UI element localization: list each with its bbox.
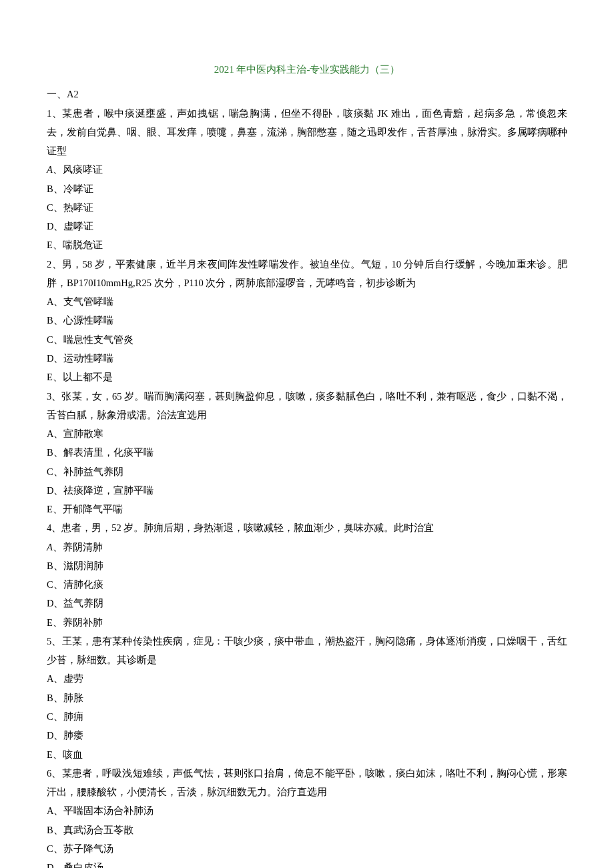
option: C、喘息性支气管炎 <box>47 330 567 349</box>
questions-container: 1、某患者，喉中痰涎壅盛，声如拽锯，喘急胸满，但坐不得卧，咳痰黏 JK 难出，面… <box>47 104 567 868</box>
option-text: 、风痰哮证 <box>53 164 103 175</box>
option-text: 、真武汤合五苓散 <box>53 825 133 835</box>
option-text: 、苏子降气汤 <box>53 843 113 854</box>
option: B、真武汤合五苓散 <box>47 821 567 839</box>
option-text: 、益气养阴 <box>53 598 103 608</box>
option-text: 、心源性哮喘 <box>53 315 113 326</box>
option-label: B <box>47 560 53 571</box>
option-text: 、养阴清肺 <box>53 542 103 552</box>
option: E、喘脱危证 <box>47 236 567 254</box>
option-label: E <box>47 617 53 628</box>
question-stem: 3、张某，女，65 岁。喘而胸满闷塞，甚则胸盈仰息，咳嗽，痰多黏腻色白，咯吐不利… <box>47 387 567 425</box>
question-block: 4、患者，男，52 岁。肺痈后期，身热渐退，咳嗽减轻，脓血渐少，臭味亦减。此时治… <box>47 518 567 632</box>
option-label: B <box>47 315 53 326</box>
option-text: 、补肺益气养阴 <box>53 466 123 477</box>
option-text: 、支气管哮喘 <box>53 296 113 307</box>
option-text: 、喘息性支气管炎 <box>53 334 133 345</box>
option: D、益气养阴 <box>47 594 567 612</box>
question-block: 3、张某，女，65 岁。喘而胸满闷塞，甚则胸盈仰息，咳嗽，痰多黏腻色白，咯吐不利… <box>47 387 567 519</box>
option-label: C <box>47 579 53 590</box>
option: B、解表清里，化痰平喘 <box>47 443 567 462</box>
option-text: 、养阴补肺 <box>53 617 103 628</box>
option: C、苏子降气汤 <box>47 839 567 858</box>
option-label: E <box>47 749 53 760</box>
option-text: 、虚劳 <box>53 673 83 684</box>
option: E、养阴补肺 <box>47 613 567 632</box>
option-text: 、平喘固本汤合补肺汤 <box>53 805 154 816</box>
option-label: E <box>47 504 53 514</box>
option-text: 、以上都不是 <box>53 372 113 382</box>
option: A、支气管哮喘 <box>47 292 567 311</box>
option-label: C <box>47 843 53 854</box>
option: B、冷哮证 <box>47 179 567 198</box>
option: E、开郁降气平喘 <box>47 500 567 518</box>
option-text: 、滋阴润肺 <box>53 560 103 571</box>
option-label: A <box>47 542 53 552</box>
option: B、滋阴润肺 <box>47 556 567 575</box>
option: E、以上都不是 <box>47 368 567 386</box>
option-label: D <box>47 862 53 868</box>
option-text: 、开郁降气平喘 <box>53 504 123 514</box>
question-stem: 6、某患者，呼吸浅短难续，声低气怯，甚则张口抬肩，倚息不能平卧，咳嗽，痰白如沫，… <box>47 764 567 802</box>
option-text: 、肺痈 <box>53 711 83 722</box>
option: C、热哮证 <box>47 198 567 217</box>
option-label: D <box>47 598 53 608</box>
option-label: B <box>47 447 53 458</box>
option-label: B <box>47 693 53 703</box>
option-text: 、解表清里，化痰平喘 <box>53 447 154 458</box>
option-label: C <box>47 334 53 345</box>
option-label: E <box>47 372 53 382</box>
option-label: D <box>47 485 53 496</box>
option-label: D <box>47 730 53 741</box>
option-label: A <box>47 164 53 175</box>
option-label: D <box>47 221 53 232</box>
option-text: 、咳血 <box>53 749 83 760</box>
question-stem: 5、王某，患有某种传染性疾病，症见：干咳少痰，痰中带血，潮热盗汗，胸闷隐痛，身体… <box>47 632 567 670</box>
option-label: C <box>47 466 53 477</box>
option-label: B <box>47 825 53 835</box>
question-stem: 4、患者，男，52 岁。肺痈后期，身热渐退，咳嗽减轻，脓血渐少，臭味亦减。此时治… <box>47 518 567 537</box>
section-header: 一、A2 <box>47 85 567 103</box>
option-text: 、肺痿 <box>53 730 83 741</box>
question-block: 5、王某，患有某种传染性疾病，症见：干咳少痰，痰中带血，潮热盗汗，胸闷隐痛，身体… <box>47 632 567 764</box>
option: C、肺痈 <box>47 707 567 726</box>
question-stem: 1、某患者，喉中痰涎壅盛，声如拽锯，喘急胸满，但坐不得卧，咳痰黏 JK 难出，面… <box>47 104 567 161</box>
option-text: 、运动性哮喘 <box>53 353 113 364</box>
option: D、运动性哮喘 <box>47 349 567 368</box>
option: A、虚劳 <box>47 669 567 688</box>
option-label: A <box>47 428 53 439</box>
option-label: C <box>47 202 53 213</box>
option: B、心源性哮喘 <box>47 311 567 330</box>
option: D、祛痰降逆，宣肺平喘 <box>47 481 567 500</box>
option-text: 、宣肺散寒 <box>53 428 103 439</box>
option-text: 、虚哮证 <box>53 221 93 232</box>
option-text: 、喘脱危证 <box>53 240 103 250</box>
question-stem: 2、男，58 岁，平素健康，近半月来夜间阵发性哮喘发作。被迫坐位。气短，10 分… <box>47 255 567 293</box>
option-label: A <box>47 296 53 307</box>
option: C、补肺益气养阴 <box>47 462 567 481</box>
option-text: 、热哮证 <box>53 202 93 213</box>
option-label: E <box>47 240 53 250</box>
option-text: 、祛痰降逆，宣肺平喘 <box>53 485 154 496</box>
option: A、风痰哮证 <box>47 160 567 179</box>
option: A、养阴清肺 <box>47 538 567 556</box>
option-label: B <box>47 183 53 194</box>
option-text: 、肺胀 <box>53 693 83 703</box>
option: B、肺胀 <box>47 689 567 707</box>
option-label: A <box>47 673 53 684</box>
option: D、肺痿 <box>47 726 567 745</box>
option: D、虚哮证 <box>47 217 567 236</box>
option: D、桑白皮汤 <box>47 858 567 868</box>
question-block: 1、某患者，喉中痰涎壅盛，声如拽锯，喘急胸满，但坐不得卧，咳痰黏 JK 难出，面… <box>47 104 567 255</box>
option-label: D <box>47 353 53 364</box>
page-title: 2021 年中医内科主治-专业实践能力（三） <box>47 60 567 79</box>
question-block: 6、某患者，呼吸浅短难续，声低气怯，甚则张口抬肩，倚息不能平卧，咳嗽，痰白如沫，… <box>47 764 567 868</box>
option-text: 、桑白皮汤 <box>53 862 103 868</box>
question-block: 2、男，58 岁，平素健康，近半月来夜间阵发性哮喘发作。被迫坐位。气短，10 分… <box>47 255 567 387</box>
option: E、咳血 <box>47 745 567 764</box>
option-text: 、冷哮证 <box>53 183 93 194</box>
option-text: 、清肺化痰 <box>53 579 103 590</box>
option: A、平喘固本汤合补肺汤 <box>47 801 567 820</box>
option: C、清肺化痰 <box>47 575 567 594</box>
option: A、宣肺散寒 <box>47 424 567 443</box>
